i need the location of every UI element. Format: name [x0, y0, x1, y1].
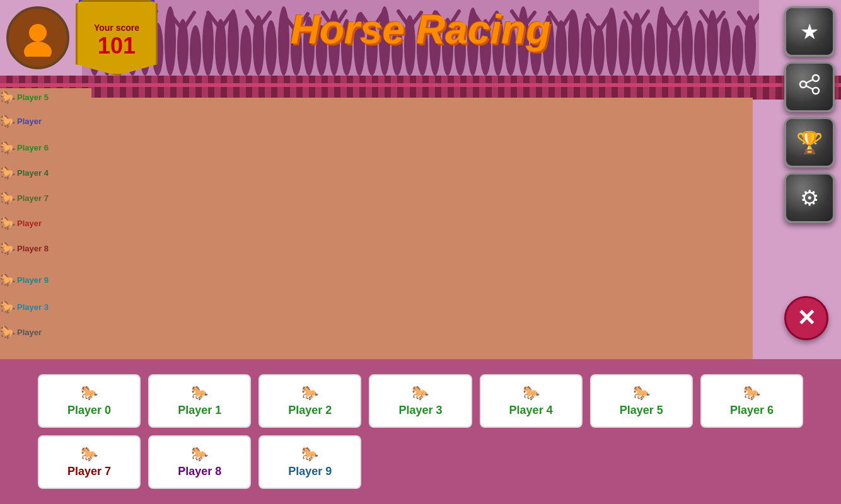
svg-point-54: [719, 18, 731, 76]
svg-rect-124: [378, 76, 385, 100]
player-card-7[interactable]: 🐎 Player 7: [38, 435, 141, 489]
lane-player-red: 🐎 Player: [0, 215, 42, 231]
track: [88, 98, 753, 359]
game-title: Horse Racing: [291, 6, 551, 53]
svg-rect-161: [0, 83, 841, 87]
right-buttons: ★ 🏆 ⚙: [784, 6, 835, 223]
player-3-name: Player 3: [398, 404, 442, 417]
svg-point-16: [240, 25, 252, 76]
share-button[interactable]: [784, 62, 835, 112]
svg-rect-103: [113, 76, 120, 100]
player-9-name: Player 9: [288, 465, 332, 478]
svg-rect-108: [177, 76, 183, 100]
svg-point-163: [24, 42, 52, 57]
avatar-button[interactable]: [6, 6, 69, 69]
lane-player-6: 🐎 Player 6: [0, 140, 49, 155]
svg-point-18: [265, 20, 277, 76]
player-card-8[interactable]: 🐎 Player 8: [148, 435, 251, 489]
svg-rect-137: [542, 76, 548, 100]
player-card-9[interactable]: 🐎 Player 9: [258, 435, 361, 489]
player-2-horse-icon: 🐎: [301, 385, 318, 401]
game-area: // fence posts via SVG: [0, 0, 841, 359]
player-card-6[interactable]: 🐎 Player 6: [700, 374, 803, 428]
player-8-horse-icon: 🐎: [191, 446, 208, 462]
svg-rect-115: [265, 76, 271, 100]
svg-rect-142: [605, 76, 612, 100]
svg-rect-116: [277, 76, 284, 100]
player-8-name: Player 8: [178, 465, 221, 478]
svg-rect-155: [769, 76, 775, 100]
svg-rect-105: [139, 76, 145, 100]
svg-rect-144: [630, 76, 637, 100]
player-grid: 🐎 Player 0 🐎 Player 1 🐎 Player 2 🐎 Playe…: [38, 374, 803, 489]
svg-rect-104: [126, 76, 132, 100]
player-card-5[interactable]: 🐎 Player 5: [590, 374, 693, 428]
svg-rect-136: [530, 76, 536, 100]
svg-point-43: [581, 18, 592, 76]
trophy-button[interactable]: 🏆: [784, 117, 835, 168]
settings-icon: ⚙: [800, 185, 819, 210]
share-icon: [798, 73, 821, 101]
star-button[interactable]: ★: [784, 6, 835, 57]
svg-rect-109: [189, 76, 195, 100]
svg-rect-128: [429, 76, 435, 100]
player-card-0[interactable]: 🐎 Player 0: [38, 374, 141, 428]
lane-player-8: 🐎 Player 8: [0, 241, 49, 256]
player-card-1[interactable]: 🐎 Player 1: [148, 374, 251, 428]
svg-rect-107: [164, 76, 170, 100]
trophy-icon: 🏆: [796, 130, 823, 155]
svg-rect-146: [656, 76, 662, 100]
player-card-4[interactable]: 🐎 Player 4: [480, 374, 583, 428]
player-6-horse-icon: 🐎: [743, 385, 760, 401]
svg-rect-130: [454, 76, 460, 100]
svg-rect-149: [693, 76, 700, 100]
svg-rect-110: [202, 76, 208, 100]
banner-shape: Your score 101: [76, 0, 158, 76]
player-7-horse-icon: 🐎: [81, 446, 98, 462]
svg-point-162: [29, 24, 47, 42]
your-score-label: Your score: [94, 23, 139, 33]
svg-point-46: [618, 19, 630, 76]
svg-rect-120: [328, 76, 334, 100]
svg-rect-125: [391, 76, 397, 100]
svg-point-13: [202, 13, 214, 76]
svg-rect-143: [618, 76, 624, 100]
svg-rect-119: [315, 76, 322, 100]
svg-rect-154: [757, 76, 763, 100]
close-icon: ✕: [797, 305, 816, 331]
svg-rect-121: [340, 76, 347, 100]
svg-point-52: [694, 20, 705, 76]
settings-button[interactable]: ⚙: [784, 173, 835, 223]
player-1-name: Player 1: [178, 404, 221, 417]
player-4-horse-icon: 🐎: [523, 385, 540, 401]
player-2-name: Player 2: [288, 404, 332, 417]
avatar-icon: [19, 19, 57, 57]
svg-rect-147: [668, 76, 675, 100]
svg-point-12: [190, 25, 201, 76]
player-card-2[interactable]: 🐎 Player 2: [258, 374, 361, 428]
svg-rect-139: [567, 76, 574, 100]
bottom-section: 🐎 Player 0 🐎 Player 1 🐎 Player 2 🐎 Playe…: [0, 359, 841, 504]
svg-rect-151: [719, 76, 725, 100]
svg-rect-127: [416, 76, 422, 100]
lane-player-3: 🐎 Player 3: [0, 299, 49, 314]
svg-rect-145: [643, 76, 649, 100]
player-3-horse-icon: 🐎: [412, 385, 429, 401]
player-6-name: Player 6: [730, 404, 774, 417]
score-value: 101: [98, 33, 136, 59]
svg-rect-122: [353, 76, 359, 100]
player-7-name: Player 7: [67, 465, 111, 478]
lane-player-9: 🐎 Player 9: [0, 272, 49, 287]
svg-rect-117: [290, 76, 296, 100]
player-card-3[interactable]: 🐎 Player 3: [369, 374, 472, 428]
svg-rect-106: [151, 76, 158, 100]
close-button[interactable]: ✕: [784, 296, 828, 340]
svg-rect-126: [403, 76, 410, 100]
svg-point-48: [644, 23, 655, 76]
player-4-name: Player 4: [509, 404, 553, 417]
left-sidebar: 🐎 Player 5 🐎 Player 🐎 Player 6 🐎 Player …: [0, 88, 91, 359]
svg-rect-114: [252, 76, 258, 100]
svg-rect-129: [441, 76, 448, 100]
player-0-name: Player 0: [67, 404, 111, 417]
svg-rect-112: [227, 76, 233, 100]
